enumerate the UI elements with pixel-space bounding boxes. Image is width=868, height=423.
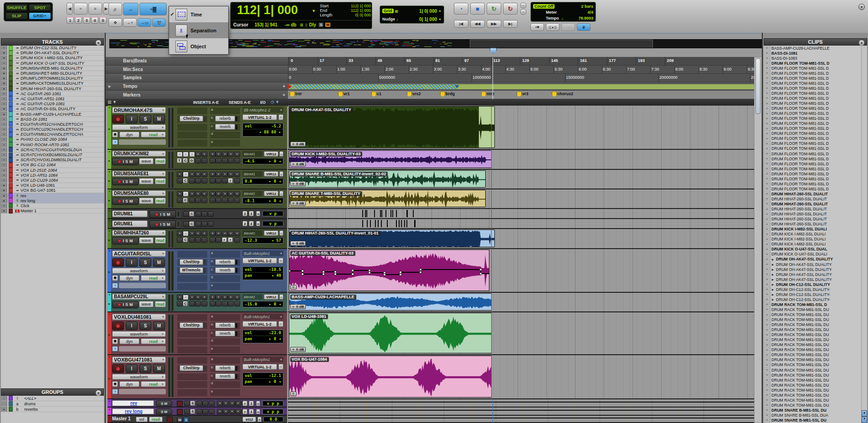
strip-collapse-icon[interactable]: ▼ <box>108 356 111 358</box>
elastic-audio-icon[interactable]: ✱ <box>112 132 118 138</box>
track-edge-color[interactable]: ▼▶ <box>108 170 111 189</box>
ruler-add-icon[interactable]: + <box>282 84 285 89</box>
output-path-selector[interactable]: VIR12 <box>264 151 278 157</box>
track-lane-rev[interactable] <box>288 399 754 408</box>
track-show-dot-icon[interactable]: ▪ <box>1 168 7 173</box>
output-pin-icon[interactable]: ⊹ <box>278 321 283 327</box>
io-chip[interactable]: 1 <box>242 211 247 216</box>
group-active-dot-icon[interactable]: ● <box>1 407 7 412</box>
start-value[interactable]: 112| 1| 000 <box>351 4 371 8</box>
strip-playlist-icon[interactable]: ▶ <box>108 179 110 182</box>
clip-gain-chip[interactable]: ⊹ <box>290 392 297 396</box>
insert-slot[interactable] <box>183 221 189 227</box>
solo-button[interactable]: S <box>139 364 151 373</box>
insert-slot[interactable] <box>210 231 216 236</box>
clip-list-item[interactable]: +DRUM RACK TOM-M81-SSL DU <box>764 382 862 387</box>
marker-flag-icon[interactable] <box>481 92 486 97</box>
clip-list-item[interactable]: +DRUM FLOOR TOM-M81-SSL D <box>764 146 862 151</box>
slot-assignment-chip[interactable]: S <box>190 409 195 414</box>
menu-item-object[interactable]: Object <box>169 38 228 54</box>
track-name[interactable]: DRUMSNARE80▼ <box>112 190 166 196</box>
automation-mode-selector[interactable]: read <box>155 198 166 204</box>
track-list-view-icon[interactable]: ▥ ▼ <box>108 100 117 104</box>
track-list-item[interactable]: ▪⇸AC GUITAR-260-1081 <box>1 92 104 97</box>
track-show-dot-icon[interactable]: ● <box>1 87 7 91</box>
insert-slot[interactable] <box>177 314 208 321</box>
zoom-midi-icon[interactable]: ≡ <box>88 3 102 15</box>
input-monitor-button[interactable]: I <box>126 258 138 267</box>
edit-vertical-scrollbar[interactable] <box>754 57 762 423</box>
insert-slot[interactable] <box>217 409 223 414</box>
track-show-dot-icon[interactable]: ▪ <box>1 158 7 162</box>
insert-slot[interactable] <box>195 198 201 203</box>
nudge-note-icon[interactable]: ♩ <box>396 17 401 21</box>
ruler-label-minsecs[interactable]: Min:Secs <box>106 66 288 74</box>
solo-mute-cluster[interactable]: S M <box>156 400 172 407</box>
timebase-icon[interactable]: ◔ <box>112 389 118 394</box>
rism-letter[interactable]: I <box>123 179 124 184</box>
send-assignment-chip[interactable]: reberb <box>215 365 235 371</box>
insert-slot[interactable] <box>222 191 228 197</box>
track-edge-color[interactable]: ▼▶ <box>108 355 111 398</box>
track-edge-color[interactable]: ▼▶ <box>108 249 111 292</box>
insert-slot[interactable] <box>210 237 216 243</box>
marker-flag-icon[interactable] <box>290 92 295 97</box>
rism-letter[interactable]: M <box>129 302 133 307</box>
insert-plugin-chip[interactable]: ChnlStrp <box>180 322 203 328</box>
mode-slip[interactable]: SLIP <box>5 12 28 20</box>
track-view-selector[interactable]: wave <box>139 178 154 184</box>
track-name[interactable]: ACGUITARDISL▼ <box>112 250 166 257</box>
insert-slot[interactable] <box>177 172 183 177</box>
clip-list-item[interactable]: +DRUM RACK TOM-M81-SSL DU <box>764 392 862 398</box>
track-name[interactable]: Master 1 <box>112 416 131 421</box>
ruler-row[interactable]: intrvr1c1vrs2brdgntr2vr3chorus2 <box>288 91 754 99</box>
track-show-dot-icon[interactable]: ▪ <box>1 117 7 122</box>
zoom-preset-4[interactable]: 4 <box>91 17 98 24</box>
pin-icon[interactable]: ⊹ <box>257 417 262 422</box>
insert-slot[interactable] <box>195 211 201 217</box>
view-display[interactable]: v p <box>262 211 283 216</box>
insert-slot[interactable] <box>228 198 234 203</box>
track-list-item[interactable]: ●⇸DRUMSNARET-M80-SLDUALITY <box>1 71 104 76</box>
transport-minus-icon[interactable]: − <box>520 3 526 8</box>
clip-expand-icon[interactable]: ▶ <box>770 278 775 281</box>
output-pin-icon[interactable]: ⊹ <box>278 114 283 120</box>
clip-list-item[interactable]: +▶DRUM OH-C12-SSL DUALITY <box>764 282 862 287</box>
audio-clip[interactable]: DRUM SNARE T-M80-SSL DUALITY⊹0 dB <box>289 190 486 207</box>
ruler-row[interactable] <box>288 82 754 91</box>
audio-clip[interactable]: VOX BG-U47-1084⊹ <box>289 356 492 398</box>
automation-line[interactable] <box>288 418 754 418</box>
send-assignment-chip[interactable]: reverb <box>215 124 235 130</box>
clip-list-item[interactable]: +DRUM RACK TOM-M81-SSL DU <box>764 342 862 347</box>
clip-list-item[interactable]: +DRUM RACK TOM-M81-SSL DU <box>764 322 862 327</box>
rism-letter[interactable]: M <box>129 179 133 184</box>
rism-letter[interactable]: M <box>129 159 133 164</box>
insert-slot[interactable] <box>177 373 208 381</box>
track-edge-color[interactable]: ▼ <box>108 399 111 407</box>
track-list-item[interactable]: ▪⇸BASS-DI-1081 <box>1 117 104 122</box>
insert-slot[interactable] <box>177 346 208 354</box>
insert-slot[interactable] <box>222 301 228 306</box>
track-lane-voxbgu471081[interactable]: VOX BG-U47-1084⊹ <box>288 355 754 399</box>
send-slot[interactable] <box>210 131 241 139</box>
output-path-selector[interactable]: VIR12 <box>264 294 278 300</box>
clip-list-item[interactable]: +DRUM HIHAT-260-SSL DUALIT <box>764 207 862 212</box>
menu-item-time[interactable]: ✓Time <box>169 6 228 22</box>
insert-slot[interactable] <box>195 172 201 177</box>
mode-spot[interactable]: SPOT <box>29 4 51 11</box>
insert-slot[interactable] <box>201 237 207 243</box>
clip-list-item[interactable]: +DRUM FLOOR TOM-M81-SSL D <box>764 66 862 71</box>
ruler-label-markers[interactable]: Markers+ <box>106 91 288 99</box>
track-show-dot-icon[interactable]: ● <box>1 112 7 116</box>
clip-list-item[interactable]: +▶DRUM OH-AK47-SSL DUALITY <box>764 277 862 282</box>
clip-list-item[interactable]: +DRUM FLOOR TOM-M81-SSL D <box>764 96 862 101</box>
solo-indicator[interactable]: S <box>318 22 324 27</box>
volume-pan-display[interactable]: vol-23.9pan▸ 0 ◂ <box>242 330 283 343</box>
rism-letter[interactable]: M <box>129 239 133 243</box>
tracks-panel-menu-icon[interactable]: ▼ <box>95 40 102 46</box>
tab-to-transient-icon[interactable]: →▭ <box>138 18 151 27</box>
track-list-item[interactable]: ●⇸VOX LD-U48-1081 <box>1 183 104 188</box>
track-list-item[interactable]: ▪⇸EGUITARCU29CHANDLERTGCH <box>1 127 104 132</box>
strip-collapse-icon[interactable]: ▼ <box>108 209 111 212</box>
track-name[interactable]: rev <box>112 400 154 406</box>
